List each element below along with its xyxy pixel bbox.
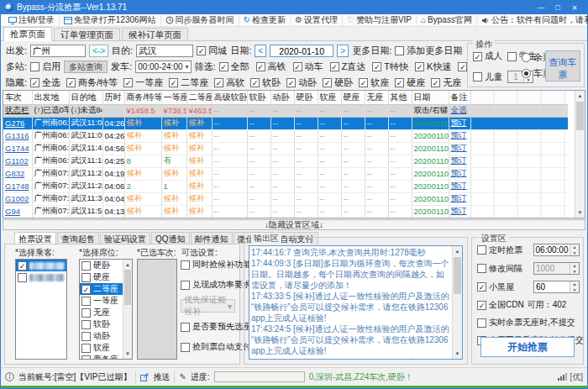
modify-interval-stepper[interactable]: ▲▼ [533, 262, 580, 275]
logout-login-button[interactable]: 注销/登录 [4, 15, 60, 26]
scrollbar-thumb[interactable] [124, 270, 131, 305]
checkbox-高铁[interactable]: ✓高铁 [256, 60, 286, 73]
book-link[interactable]: 预订 [451, 118, 467, 127]
check-update-button[interactable]: ↻ 检查更新 [239, 15, 291, 26]
train-row-G1748[interactable]: G1748广州南07:22武汉11:2804:0621候补-----------… [3, 180, 568, 192]
multi-station-query-button[interactable]: 多站查询 [64, 60, 108, 73]
modify-interval-value[interactable] [534, 263, 570, 274]
query-ticket-button[interactable]: 查询车票 [545, 50, 580, 81]
from-station-input[interactable] [30, 45, 86, 57]
train-row-G1002[interactable]: G1002广州南07:34武汉11:3804:04候补候补候补---------… [3, 192, 568, 205]
train-row-G276[interactable]: G276广州南06:38武汉11:0404:26候补候补候补----------… [3, 117, 568, 129]
vip-register-button[interactable]: ♡ 赞助与注册VIP [343, 15, 417, 26]
child-checkbox[interactable]: 儿童 [473, 71, 502, 83]
seat-item-二等座[interactable]: ✓二等座 [80, 283, 123, 295]
column-header-软座[interactable]: 软座 [318, 91, 341, 104]
scroll-up-icon[interactable]: ▲ [575, 91, 585, 101]
prev-date-button[interactable]: < [255, 45, 266, 57]
train-number[interactable]: G1102 [5, 156, 29, 166]
scroll-down-icon[interactable]: ▼ [575, 208, 585, 218]
passenger-item[interactable] [16, 271, 66, 283]
book-link[interactable]: 全选 [451, 105, 467, 114]
output-scrollbar[interactable]: ▲ ▼ [452, 246, 462, 359]
add-more-dates-checkbox[interactable]: 添加更多日期 [395, 45, 462, 57]
maximize-button[interactable]: □ [549, 2, 566, 13]
tab-order-management[interactable]: 订单管理页面 [54, 28, 120, 40]
settings-tab-抢票设置[interactable]: 抢票设置 [14, 232, 56, 244]
column-header-二等座[interactable]: 二等座 [186, 91, 212, 104]
column-header-备注[interactable]: 备注 [449, 91, 470, 104]
checkbox-Z直达[interactable]: ✓Z直达 [330, 60, 366, 73]
seat-list-scrollbar[interactable]: ▲ ▼ [123, 260, 132, 359]
column-header-高级软卧[interactable]: 高级软卧 [212, 91, 247, 104]
train-row-G832[interactable]: G832广州南07:04武汉11:2304:19候补候补候补----------… [3, 167, 568, 180]
train-row-G1316[interactable]: G1316广州南06:43武汉11:0904:26候补候补候补---------… [3, 129, 568, 142]
no-seat-no-submit-checkbox[interactable]: 实时余票无座时,不提交 [477, 317, 575, 329]
adult-checkbox[interactable]: ✓成人 [473, 50, 502, 62]
open-12306-button[interactable]: 免登录打开12306网站 [60, 15, 161, 26]
checkbox-动车[interactable]: ✓动车 [293, 60, 323, 73]
book-link[interactable]: 预订 [451, 206, 467, 215]
scrollbar-thumb[interactable] [576, 102, 584, 130]
seat-item-一等座[interactable]: 一等座 [80, 295, 123, 307]
proxy-settings-button[interactable]: ⚙ 设置代理 [291, 15, 343, 26]
book-link[interactable]: 预订 [451, 181, 467, 190]
checkbox-硬卧[interactable]: ✓硬卧 [323, 76, 353, 89]
timed-grab-time-stepper[interactable]: ▲▼ [533, 244, 580, 256]
cdn-checkbox[interactable]: ✓全国CDN [477, 299, 524, 311]
train-number[interactable]: G1744 [5, 144, 29, 153]
start-grab-button[interactable]: 开始抢票 [480, 337, 575, 357]
tab-grab-ticket[interactable]: 抢票页面 [3, 27, 52, 41]
multi-station-enable-checkbox[interactable]: 启用 [30, 60, 60, 73]
hide-settings-region-bar[interactable]: ↓隐藏设置区域↓ [3, 219, 585, 230]
train-number[interactable]: 状态栏 [5, 105, 29, 114]
checkbox-商务/特等[interactable]: ✓商务/特等 [66, 76, 118, 89]
checkbox-全部[interactable]: ✓全部 [219, 60, 249, 73]
push-label[interactable]: 推送 [153, 371, 170, 383]
table-scrollbar[interactable]: ▲ ▼ [575, 91, 585, 218]
settings-tab-QQ通知[interactable]: QQ通知 [151, 232, 190, 244]
swap-stations-button[interactable]: <-> [89, 45, 108, 57]
seat-item-硬座[interactable]: 硬座 [80, 271, 123, 283]
train-number[interactable]: G832 [5, 169, 24, 178]
close-button[interactable]: × [566, 2, 583, 13]
book-link[interactable]: 预订 [451, 168, 467, 177]
book-link[interactable]: 预订 [451, 193, 467, 202]
checkbox-硬座[interactable]: ✓硬座 [395, 76, 425, 89]
column-header-一等座[interactable]: 一等座 [161, 91, 186, 104]
train-row-G1744[interactable]: G1744广州南06:48武汉11:4404:56候补候补候补---------… [3, 142, 568, 155]
book-link[interactable]: 预订 [451, 130, 467, 139]
depart-time-dropdown[interactable]: 00:00-24:00▾ [135, 60, 191, 73]
next-date-button[interactable]: > [337, 45, 349, 57]
redeem-success-rate-checkbox[interactable]: 兑现成功率要求 [181, 279, 237, 291]
column-header-硬座[interactable]: 硬座 [341, 91, 365, 104]
seat-item-无座[interactable]: 无座 [80, 307, 123, 318]
column-header-出发地[interactable]: 出发地 [32, 91, 69, 104]
blacklist-checkbox[interactable]: ✓小黑屋 [477, 281, 514, 293]
settings-tab-验证码设置[interactable]: 验证码设置 [100, 232, 150, 244]
column-header-车次[interactable]: 车次 [3, 91, 32, 104]
checkbox-高软[interactable]: ✓高软 [214, 76, 244, 89]
scroll-down-icon[interactable]: ▼ [123, 349, 132, 359]
sync-time-button[interactable]: 同步服务器时间 [161, 15, 239, 26]
grab-waitlist-too-checkbox[interactable]: 同时抢候补功能 [181, 259, 237, 271]
status-row[interactable]: 状态栏(↑)已选0车次(↓)未选94车次¥1458.5¥738.5¥463.5-… [3, 104, 568, 117]
blacklist-stepper[interactable]: ▲▼ [533, 281, 580, 293]
seat-item-软座[interactable]: 软座 [80, 342, 123, 354]
modify-interval-checkbox[interactable]: 修改间隔 [477, 263, 522, 275]
checkbox-软座[interactable]: ✓软座 [359, 76, 389, 89]
output-textarea[interactable]: 17:44:16:7 查询完毕,本次查询共用时:1278毫秒17:44:09:3… [249, 245, 463, 360]
passenger-item[interactable]: ✓ [16, 260, 66, 271]
book-link[interactable]: 预订 [451, 155, 467, 165]
column-header-软卧[interactable]: 软卧 [247, 91, 270, 104]
stepper-arrows[interactable]: ▲▼ [570, 281, 579, 292]
scrollbar-thumb[interactable] [454, 257, 461, 294]
checkbox-软卧[interactable]: ✓软卧 [250, 76, 281, 89]
timed-grab-time-value[interactable] [534, 244, 570, 255]
column-header-商务/特等[interactable]: 商务/特等 [124, 91, 161, 104]
passenger-list[interactable]: ✓ [15, 259, 67, 360]
column-header-日期[interactable]: 日期 [412, 91, 449, 104]
selected-trains-list[interactable] [137, 259, 177, 360]
seat-item-商务座[interactable]: 商务座 [80, 354, 123, 360]
train-row-G94[interactable]: G94广州南07:39武汉11:5204:13候补候补候补-----------… [3, 205, 568, 218]
